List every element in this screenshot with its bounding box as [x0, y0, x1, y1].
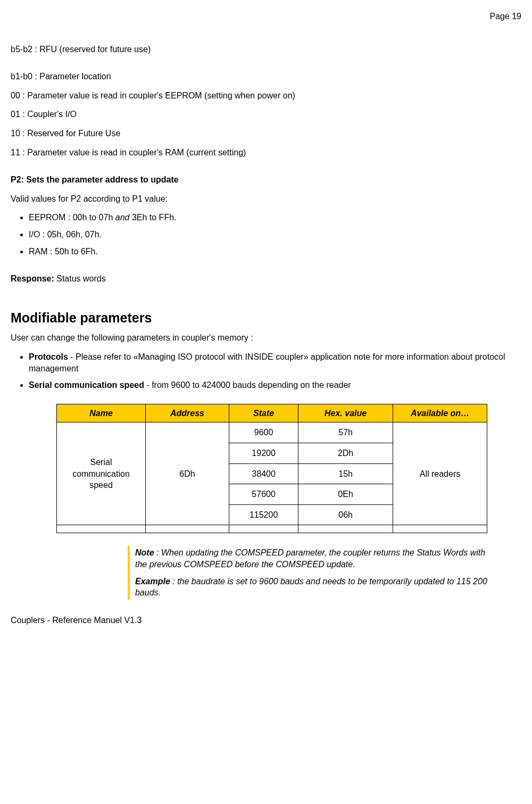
- table-cell-empty: [298, 525, 393, 533]
- footer: Couplers - Reference Manuel V1.3: [11, 615, 521, 626]
- text-line: 10 : Reserved for Future Use: [11, 128, 521, 139]
- table-cell-empty: [229, 525, 298, 533]
- table-header: Hex. value: [298, 404, 393, 422]
- table-header: Address: [146, 404, 229, 422]
- p2-heading: P2: Sets the parameter address to update: [11, 174, 521, 186]
- table-cell-name: Serial communication speed: [57, 422, 146, 525]
- table-cell-hex: 57h: [298, 422, 393, 443]
- section-intro: User can change the following parameters…: [11, 332, 521, 344]
- table-cell-state: 57600: [229, 484, 298, 505]
- text-line: 01 : Coupler's I/O: [11, 109, 521, 120]
- list-item-text: EEPROM : 00h to 07h: [29, 213, 115, 222]
- table-cell-empty: [393, 525, 487, 533]
- table-cell-address: 6Dh: [146, 422, 229, 525]
- text-line: 11 : Parameter value is read in coupler'…: [11, 147, 521, 159]
- list-item: RAM : 50h to 6Fh.: [29, 246, 521, 258]
- table-header: Name: [57, 404, 146, 422]
- table-cell-available: All readers: [393, 422, 487, 525]
- table-header-row: Name Address State Hex. value Available …: [57, 404, 487, 422]
- table-cell-hex: 06h: [298, 504, 393, 525]
- example-label: Example: [135, 577, 170, 586]
- text-line: 00 : Parameter value is read in coupler'…: [11, 90, 521, 102]
- table-cell-hex: 2Dh: [298, 443, 393, 464]
- p2-list: EEPROM : 00h to 07h and 3Eh to FFh. I/O …: [11, 212, 521, 257]
- list-item-text: - Please refer to «Managing ISO protocol…: [29, 352, 505, 373]
- table-row: Serial communication speed 6Dh 9600 57h …: [57, 422, 487, 443]
- list-item-text: - from 9600 to 424000 bauds depending on…: [144, 380, 351, 389]
- response-line: Response: Status words: [11, 273, 521, 285]
- page-number: Page 19: [11, 11, 521, 22]
- list-item-text: 3Eh to FFh.: [129, 213, 176, 222]
- table-cell-state: 115200: [229, 504, 298, 525]
- table-header: Available on…: [393, 404, 487, 422]
- note-paragraph: Example : the baudrate is set to 9600 ba…: [135, 576, 492, 599]
- text-line: b1-b0 : Parameter location: [11, 71, 521, 82]
- example-text: : the baudrate is set to 9600 bauds and …: [135, 577, 487, 598]
- table-cell-empty: [146, 525, 229, 533]
- note-block: Note : When updating the COMSPEED parame…: [128, 546, 492, 599]
- parameters-table: Name Address State Hex. value Available …: [56, 404, 487, 534]
- note-text: : When updating the COMSPEED parameter, …: [135, 548, 485, 569]
- list-item-italic: and: [115, 213, 130, 222]
- table-cell-state: 9600: [229, 422, 298, 443]
- list-item-bold: Serial communication speed: [29, 380, 144, 389]
- text-line: b5-b2 : RFU (reserved for future use): [11, 44, 521, 55]
- p2-intro: Valid values for P2 according to P1 valu…: [11, 193, 521, 205]
- list-item: I/O : 05h, 06h, 07h.: [29, 229, 521, 241]
- table-cell-state: 38400: [229, 463, 298, 484]
- table-row-empty: [57, 525, 487, 533]
- p2-heading-text: P2: Sets the parameter address to update: [11, 175, 179, 184]
- table-cell-state: 19200: [229, 443, 298, 464]
- table-cell-empty: [57, 525, 146, 533]
- note-label: Note: [135, 548, 154, 557]
- list-item: Protocols - Please refer to «Managing IS…: [29, 351, 521, 374]
- list-item: Serial communication speed - from 9600 t…: [29, 379, 521, 391]
- note-paragraph: Note : When updating the COMSPEED parame…: [135, 547, 492, 570]
- list-item: EEPROM : 00h to 07h and 3Eh to FFh.: [29, 212, 521, 223]
- table-cell-hex: 0Eh: [298, 484, 393, 505]
- response-label: Response:: [11, 274, 54, 283]
- list-item-bold: Protocols: [29, 352, 68, 361]
- table-wrapper: Name Address State Hex. value Available …: [56, 404, 521, 534]
- table-cell-hex: 15h: [298, 463, 393, 484]
- table-header: State: [229, 404, 298, 422]
- section-heading: Modifiable parameters: [11, 309, 521, 327]
- response-text: Status words: [54, 274, 106, 283]
- mod-list: Protocols - Please refer to «Managing IS…: [11, 351, 521, 391]
